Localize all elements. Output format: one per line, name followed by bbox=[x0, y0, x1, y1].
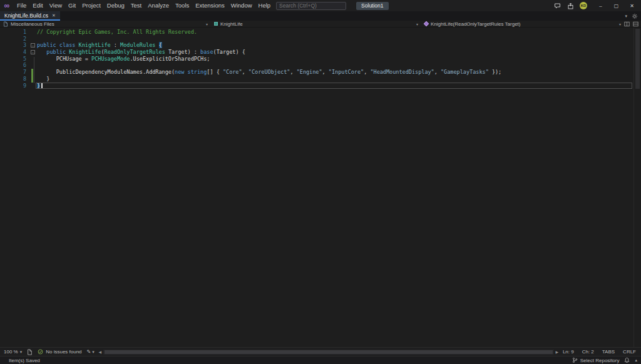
code-line[interactable]: 9} bbox=[0, 83, 633, 89]
search-box[interactable] bbox=[276, 2, 346, 10]
menu-item-project[interactable]: Project bbox=[79, 0, 104, 11]
token: [] { bbox=[207, 69, 223, 75]
token: Target bbox=[217, 49, 236, 55]
maximize-button[interactable]: ▢ bbox=[608, 0, 624, 11]
indent-mode-indicator[interactable]: TABS bbox=[602, 349, 615, 355]
horizontal-scrollbar[interactable]: ◀ ▶ bbox=[97, 348, 560, 356]
code-text: } bbox=[37, 76, 49, 83]
token: ; bbox=[207, 56, 210, 62]
token: UseExplicitOrSharedPCHs bbox=[133, 56, 207, 62]
fold-collapse-icon[interactable]: - bbox=[29, 42, 37, 49]
solution-selector[interactable]: Solution1 bbox=[356, 2, 388, 10]
breadcrumb-method[interactable]: KnightLife(ReadOnlyTargetRules Target)▾ bbox=[421, 21, 624, 27]
token bbox=[37, 56, 56, 62]
eol-indicator[interactable]: CRLF bbox=[623, 349, 636, 355]
expand-panel-icon[interactable]: ▴ bbox=[635, 358, 637, 363]
token: AddRange bbox=[146, 69, 172, 75]
chevron-down-icon[interactable]: ▾ bbox=[619, 22, 621, 26]
zoom-control[interactable]: 100 % ▾ bbox=[4, 349, 22, 355]
visual-studio-window: ∞ FileEditViewGitProjectDebugTestAnalyze… bbox=[0, 0, 641, 364]
horizontal-scrollbar-track[interactable] bbox=[103, 350, 554, 355]
visual-studio-logo-icon[interactable]: ∞ bbox=[0, 0, 14, 11]
code-line[interactable]: 7 PublicDependencyModuleNames.AddRange(n… bbox=[0, 69, 633, 76]
fold-margin bbox=[29, 62, 37, 69]
chevron-down-icon[interactable]: ▾ bbox=[206, 22, 208, 26]
scroll-right-icon[interactable]: ▶ bbox=[554, 350, 560, 354]
scroll-left-icon[interactable]: ◀ bbox=[97, 350, 103, 354]
zoom-level: 100 % bbox=[4, 349, 18, 355]
method-icon bbox=[424, 21, 429, 26]
split-vertical-icon[interactable] bbox=[624, 21, 630, 27]
code-text: } bbox=[37, 83, 43, 89]
tab-close-icon[interactable]: ✕ bbox=[52, 13, 56, 18]
close-button[interactable]: ✕ bbox=[624, 0, 640, 11]
share-icon[interactable] bbox=[567, 2, 574, 9]
menu-item-file[interactable]: File bbox=[14, 0, 29, 11]
tab-knightlife-build-cs[interactable]: KnightLife.Build.cs ✕ bbox=[0, 11, 60, 21]
code-line[interactable]: 6 bbox=[0, 62, 633, 69]
pencil-icon: ✎ bbox=[87, 349, 91, 355]
token: Target bbox=[168, 49, 188, 55]
code-line[interactable]: 1// Copyright Epic Games, Inc. All Right… bbox=[0, 29, 633, 36]
chevron-down-icon[interactable]: ▾ bbox=[416, 22, 418, 26]
token bbox=[155, 42, 158, 48]
fold-margin bbox=[29, 56, 37, 63]
send-feedback-icon[interactable] bbox=[553, 2, 561, 9]
fold-margin bbox=[29, 29, 37, 36]
menu-item-extensions[interactable]: Extensions bbox=[192, 0, 227, 11]
fold-collapse-icon[interactable]: - bbox=[29, 49, 37, 56]
chevron-down-icon[interactable]: ▾ bbox=[625, 14, 627, 19]
minimize-button[interactable]: – bbox=[593, 0, 608, 11]
vertical-scrollbar-thumb[interactable] bbox=[635, 29, 640, 89]
horizontal-scrollbar-thumb[interactable] bbox=[105, 350, 553, 354]
line-number: 8 bbox=[0, 76, 29, 83]
change-tracking-bar bbox=[31, 76, 33, 83]
code-line[interactable]: 4- public KnightLife(ReadOnlyTargetRules… bbox=[0, 49, 633, 56]
line-number: 2 bbox=[0, 36, 29, 43]
breadcrumb-file[interactable]: Miscellaneous Files▾ bbox=[0, 21, 211, 27]
menu-item-tools[interactable]: Tools bbox=[172, 0, 192, 11]
menu-item-edit[interactable]: Edit bbox=[29, 0, 46, 11]
token: class bbox=[59, 42, 76, 48]
column-indicator[interactable]: Ch: 2 bbox=[582, 349, 594, 355]
zoom-chevron-icon[interactable]: ▾ bbox=[20, 350, 23, 355]
code-line[interactable]: 3-public class KnightLife : ModuleRules … bbox=[0, 42, 633, 49]
breadcrumb-label: KnightLife(ReadOnlyTargetRules Target) bbox=[431, 21, 520, 27]
menu-item-debug[interactable]: Debug bbox=[104, 0, 128, 11]
window-settings-icon[interactable] bbox=[632, 13, 638, 19]
token: , bbox=[322, 69, 329, 75]
menu-item-window[interactable]: Window bbox=[228, 0, 255, 11]
avatar[interactable]: KD bbox=[580, 2, 587, 9]
editor-status-bar: 100 % ▾ No issues found ✎ ▾ ◀ ▶ Ln: 9 bbox=[0, 347, 641, 356]
breadcrumb-label: Miscellaneous Files bbox=[11, 21, 54, 27]
code-text: PublicDependencyModuleNames.AddRange(new… bbox=[37, 69, 501, 76]
notifications-bell-icon[interactable] bbox=[624, 357, 630, 363]
status-message: Item(s) Saved bbox=[0, 358, 40, 363]
line-indicator[interactable]: Ln: 9 bbox=[563, 349, 574, 355]
search-input[interactable] bbox=[277, 3, 346, 9]
code-line[interactable]: 2 bbox=[0, 36, 633, 43]
health-indicator[interactable]: No issues found bbox=[38, 349, 81, 355]
document-health-icon[interactable] bbox=[27, 349, 33, 355]
tab-strip-right: ▾ bbox=[625, 11, 641, 21]
fold-margin bbox=[29, 83, 37, 89]
code-line[interactable]: 5 PCHUsage = PCHUsageMode.UseExplicitOrS… bbox=[0, 56, 633, 63]
breadcrumb-label: KnightLife bbox=[220, 21, 243, 27]
token: , bbox=[290, 69, 296, 75]
code-line[interactable]: 8 } bbox=[0, 76, 633, 83]
editor-group: 1// Copyright Epic Games, Inc. All Right… bbox=[0, 28, 641, 347]
select-repository-button[interactable]: Select Repository bbox=[572, 357, 620, 363]
breadcrumb-class[interactable]: KnightLife▾ bbox=[211, 21, 421, 27]
menu-item-view[interactable]: View bbox=[46, 0, 65, 11]
code-area[interactable]: 1// Copyright Epic Games, Inc. All Right… bbox=[0, 28, 633, 347]
menu-item-analyze[interactable]: Analyze bbox=[145, 0, 172, 11]
token: ReadOnlyTargetRules bbox=[105, 49, 165, 55]
token: base bbox=[200, 49, 213, 55]
menu-item-help[interactable]: Help bbox=[255, 0, 274, 11]
token: "GameplayTasks" bbox=[441, 69, 489, 75]
split-horizontal-icon[interactable] bbox=[633, 21, 638, 27]
vertical-scrollbar[interactable] bbox=[633, 28, 641, 347]
menu-item-test[interactable]: Test bbox=[128, 0, 145, 11]
menu-item-git[interactable]: Git bbox=[65, 0, 79, 11]
edit-suggestions-control[interactable]: ✎ ▾ bbox=[87, 349, 95, 355]
